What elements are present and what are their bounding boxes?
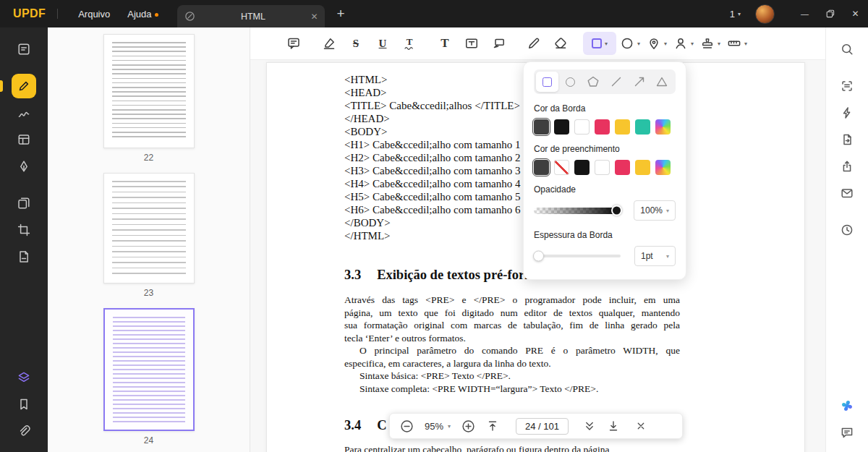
titlebar: UPDF Arquivo Ajuda HTML ✕ + 1▾ — ✕ (0, 0, 868, 27)
caret-down-icon: ▾ (738, 11, 741, 17)
border-swatch-red[interactable] (595, 119, 610, 135)
document-tab[interactable]: HTML ✕ (177, 5, 325, 27)
strikethrough-tool-icon[interactable]: S (343, 32, 369, 55)
page-edit-icon[interactable] (10, 244, 38, 270)
bookmark-icon[interactable] (10, 391, 38, 417)
menu-ajuda[interactable]: Ajuda (119, 9, 160, 20)
squiggly-tool-icon[interactable]: T (396, 32, 422, 55)
opacity-slider-handle[interactable] (611, 205, 622, 216)
caret-down-icon: ▾ (664, 40, 667, 47)
search-icon[interactable] (834, 36, 860, 62)
share-icon[interactable] (834, 153, 860, 179)
mail-icon[interactable] (834, 180, 860, 206)
border-swatch-custom-rainbow[interactable] (655, 119, 671, 135)
zoom-level-dropdown[interactable]: 95%▾ (425, 421, 451, 432)
shape-square-option[interactable] (536, 72, 558, 92)
edit-pdf-icon[interactable] (12, 74, 36, 98)
attachment-icon[interactable] (10, 418, 38, 444)
border-swatch-yellow[interactable] (615, 119, 630, 135)
history-icon[interactable] (834, 217, 860, 243)
scroll-bottom-icon[interactable] (607, 419, 620, 432)
ellipse-tool-icon[interactable]: ▾ (617, 32, 643, 55)
fill-swatch-white[interactable] (595, 160, 610, 175)
caret-down-icon: ▾ (666, 208, 669, 214)
callout-tool-icon[interactable] (485, 32, 511, 55)
scroll-top-icon[interactable] (486, 419, 499, 432)
shape-arrow-option[interactable] (628, 72, 650, 92)
fill-swatch-yellow[interactable] (635, 160, 650, 175)
page-number-label: 23 (144, 288, 153, 298)
text-tool-icon[interactable]: T (432, 32, 458, 55)
window-count-value: 1 (730, 9, 735, 20)
thumbnail-page-23[interactable] (103, 173, 195, 283)
underline-tool-icon[interactable]: U (370, 32, 396, 55)
ocr-icon[interactable] (834, 73, 860, 99)
shape-line-option[interactable] (605, 72, 627, 92)
border-width-select[interactable]: 1pt▾ (634, 246, 676, 266)
zoom-in-icon[interactable] (461, 419, 475, 433)
eraser-tool-icon[interactable] (548, 32, 574, 55)
maximize-button[interactable] (817, 0, 843, 27)
opacity-slider[interactable] (534, 208, 621, 214)
close-zoombar-icon[interactable] (635, 420, 647, 432)
crop-icon[interactable] (10, 217, 38, 243)
caret-down-icon: ▾ (605, 40, 608, 47)
fill-swatch-red[interactable] (615, 160, 630, 175)
pen-nib-icon[interactable] (10, 153, 38, 179)
border-width-slider-handle[interactable] (533, 251, 544, 262)
fill-swatch-custom-rainbow[interactable] (655, 160, 671, 175)
shape-triangle-option[interactable] (651, 72, 673, 92)
fill-swatch-dark-selected[interactable] (534, 160, 549, 175)
updf-ai-icon[interactable] (834, 393, 860, 419)
shape-circle-option[interactable] (559, 72, 582, 92)
fill-swatch-black[interactable] (574, 160, 590, 175)
new-tab-button[interactable]: + (336, 6, 344, 22)
shape-tool-icon[interactable]: ▾ (583, 32, 616, 55)
border-width-slider[interactable] (534, 255, 621, 257)
page-indicator-input[interactable]: 24 / 101 (516, 418, 569, 435)
text-box-tool-icon[interactable] (459, 32, 485, 55)
avatar[interactable] (755, 4, 775, 24)
window-count-dropdown[interactable]: 1▾ (730, 9, 741, 20)
forms-icon[interactable] (10, 127, 38, 153)
export-icon[interactable] (834, 127, 860, 153)
shape-pentagon-option[interactable] (582, 72, 605, 92)
signature-tool-icon[interactable]: ▾ (671, 32, 697, 55)
zoom-value: 95% (425, 421, 443, 432)
border-swatch-white[interactable] (574, 119, 590, 135)
thumbnail-text-lines (113, 317, 185, 422)
fill-color-swatches (534, 160, 676, 175)
opacity-select[interactable]: 100%▾ (634, 200, 676, 221)
double-chevron-down-icon[interactable] (583, 419, 596, 432)
active-section-indicator (0, 80, 3, 92)
highlighter-tool-icon[interactable] (316, 32, 342, 55)
note-tool-icon[interactable] (281, 32, 307, 55)
fill-swatch-none[interactable] (554, 160, 569, 175)
pin-tool-icon[interactable]: ▾ (644, 32, 670, 55)
border-swatch-black[interactable] (554, 119, 569, 135)
main-area: 22 23 24 S U T (0, 27, 868, 452)
zoom-out-icon[interactable] (400, 419, 414, 433)
flash-icon[interactable] (834, 100, 860, 126)
measure-tool-icon[interactable]: ▾ (724, 32, 750, 55)
pencil-tool-icon[interactable] (521, 32, 547, 55)
border-swatch-dark-selected[interactable] (534, 119, 549, 135)
caret-down-icon: ▾ (666, 253, 669, 260)
stamp-tool-icon[interactable]: ▾ (697, 32, 723, 55)
menu-arquivo[interactable]: Arquivo (69, 9, 119, 20)
border-color-label: Cor da Borda (534, 103, 676, 114)
comment-panel-icon[interactable] (10, 36, 38, 62)
close-button[interactable]: ✕ (843, 0, 868, 27)
thumbnail-page-24-selected[interactable] (103, 308, 195, 431)
signature-icon[interactable] (10, 100, 38, 126)
shape-type-selector (534, 69, 676, 94)
chat-icon[interactable] (834, 419, 860, 445)
thumbnail-panel: 22 23 24 (48, 27, 250, 452)
layers-icon[interactable] (10, 364, 38, 391)
minimize-button[interactable]: — (792, 0, 817, 27)
border-swatch-teal[interactable] (635, 119, 650, 135)
thumbnail-page-22[interactable] (103, 34, 195, 148)
tab-close-icon[interactable]: ✕ (310, 12, 318, 22)
shape-properties-popup: Cor da Borda Cor de preenchimento Opacid… (523, 61, 686, 280)
organize-pages-icon[interactable] (10, 190, 38, 216)
